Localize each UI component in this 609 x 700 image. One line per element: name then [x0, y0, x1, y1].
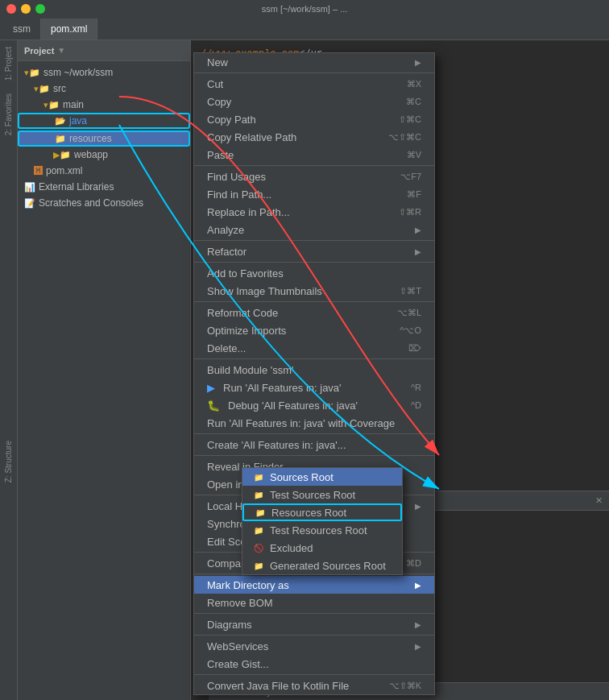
menu-item-show-thumbnails[interactable]: Show Image Thumbnails ⇧⌘T	[194, 282, 434, 300]
context-menu: New ▶ Cut ⌘X Copy ⌘C Copy Path ⇧⌘C Copy …	[193, 52, 435, 695]
menu-separator	[194, 301, 434, 302]
tree-item-scratches[interactable]: 📝 Scratches and Consoles	[18, 195, 190, 211]
resources-folder-icon: 📁	[55, 134, 66, 144]
menu-item-copy[interactable]: Copy ⌘C	[194, 93, 434, 110]
tree-item-ssm[interactable]: ▾📁 ssm ~/work/ssm	[18, 64, 190, 81]
menu-item-cut[interactable]: Cut ⌘X	[194, 75, 434, 93]
scratches-icon: 📝	[24, 198, 35, 209]
project-header-title: Project	[24, 46, 54, 56]
menu-item-convert-kotlin[interactable]: Convert Java File to Kotlin File ⌥⇧⌘K	[194, 677, 434, 694]
project-panel-header[interactable]: Project ▼	[18, 40, 190, 61]
submenu-item-test-sources-root[interactable]: 📁 Test Sources Root	[242, 486, 402, 503]
menu-item-new[interactable]: New ▶	[194, 53, 434, 71]
close-button[interactable]	[6, 4, 16, 14]
tree-item-pom[interactable]: 🅼 pom.xml	[18, 163, 190, 179]
menu-item-optimize-imports[interactable]: Optimize Imports ^⌥O	[194, 321, 434, 339]
submenu-item-generated-sources-root[interactable]: 📁 Generated Sources Root	[242, 557, 402, 574]
menu-separator	[194, 635, 434, 636]
menu-item-remove-bom[interactable]: Remove BOM	[194, 594, 434, 611]
external-libs-icon: 📊	[24, 182, 35, 193]
menu-item-reformat[interactable]: Reformat Code ⌥⌘L	[194, 304, 434, 321]
tab-bar: ssm pom.xml	[0, 18, 609, 40]
tree-item-java[interactable]: 📂 java	[18, 113, 190, 129]
java-folder-icon: 📂	[55, 116, 66, 126]
menu-separator	[194, 358, 434, 359]
menu-item-debug[interactable]: 🐛Debug 'All Features in: java' ^D	[194, 396, 434, 414]
window-title: ssm [~/work/ssm] – ...	[262, 4, 348, 14]
tree-item-resources[interactable]: 📁 resources	[18, 130, 190, 147]
sources-root-icon: 📁	[252, 471, 265, 483]
chevron-down-icon: ▼	[57, 46, 65, 55]
menu-separator	[194, 613, 434, 614]
menu-item-find-usages[interactable]: Find Usages ⌥F7	[194, 168, 434, 185]
main-layout: 1: Project 2: Favorites Z: Structure Pro…	[0, 40, 609, 700]
menu-item-run[interactable]: ▶Run 'All Features in: java' ^R	[194, 379, 434, 396]
menu-separator	[194, 262, 434, 263]
menu-separator	[194, 72, 434, 73]
tree-item-webapp[interactable]: ▶📁 webapp	[18, 147, 190, 163]
menu-item-paste[interactable]: Paste ⌘V	[194, 146, 434, 164]
submenu-mark-directory: 📁 Sources Root 📁 Test Sources Root 📁 Res…	[242, 467, 403, 575]
tree-item-external-libs[interactable]: 📊 External Libraries	[18, 179, 190, 195]
folder-icon: ▶📁	[53, 150, 71, 160]
minimize-button[interactable]	[21, 4, 31, 14]
submenu-item-sources-root[interactable]: 📁 Sources Root	[242, 468, 402, 486]
excluded-icon: 🚫	[252, 542, 265, 553]
sidebar-strip: 1: Project 2: Favorites Z: Structure	[0, 40, 18, 700]
tree-item-main[interactable]: ▾📁 main	[18, 97, 190, 113]
submenu-item-resources-root[interactable]: 📁 Resources Root	[242, 503, 402, 521]
sidebar-item-favorites[interactable]: 2: Favorites	[4, 93, 13, 135]
folder-icon: ▾📁	[44, 100, 60, 110]
project-panel: Project ▼ ▾📁 ssm ~/work/ssm ▾📁 src ▾📁 ma…	[18, 40, 191, 700]
menu-separator	[194, 240, 434, 241]
menu-separator	[194, 455, 434, 456]
folder-icon: ▾📁	[34, 84, 50, 94]
menu-item-create-gist[interactable]: Create Gist...	[194, 655, 434, 673]
sidebar-item-project[interactable]: 1: Project	[4, 47, 13, 81]
menu-item-find-in-path[interactable]: Find in Path... ⌘F	[194, 185, 434, 203]
pom-icon: 🅼	[34, 166, 43, 176]
menu-item-mark-directory[interactable]: Mark Directory as ▶	[194, 576, 434, 594]
menu-item-copy-path[interactable]: Copy Path ⇧⌘C	[194, 110, 434, 128]
generated-sources-icon: 📁	[252, 560, 265, 571]
submenu-item-test-resources-root[interactable]: 📁 Test Resources Root	[242, 521, 402, 539]
resources-root-icon: 📁	[254, 507, 267, 518]
submenu-item-excluded[interactable]: 🚫 Excluded	[242, 539, 402, 557]
menu-item-delete[interactable]: Delete... ⌦	[194, 339, 434, 357]
tab-ssm[interactable]: ssm	[3, 19, 41, 39]
menu-item-build-module[interactable]: Build Module 'ssm'	[194, 361, 434, 379]
menu-item-refactor[interactable]: Refactor ▶	[194, 242, 434, 260]
folder-icon: ▾📁	[24, 68, 40, 78]
menu-separator	[194, 433, 434, 434]
menu-item-create[interactable]: Create 'All Features in: java'...	[194, 436, 434, 454]
tree-view: ▾📁 ssm ~/work/ssm ▾📁 src ▾📁 main 📂 java	[18, 61, 190, 700]
sidebar-item-structure[interactable]: Z: Structure	[4, 441, 13, 483]
traffic-lights	[6, 4, 45, 14]
menu-item-add-favorites[interactable]: Add to Favorites	[194, 264, 434, 282]
menu-item-replace-in-path[interactable]: Replace in Path... ⇧⌘R	[194, 203, 434, 221]
menu-item-webservices[interactable]: WebServices ▶	[194, 637, 434, 655]
maximize-button[interactable]	[35, 4, 45, 14]
test-sources-root-icon: 📁	[252, 489, 265, 500]
menu-item-diagrams[interactable]: Diagrams ▶	[194, 615, 434, 633]
menu-item-copy-relative-path[interactable]: Copy Relative Path ⌥⇧⌘C	[194, 128, 434, 146]
tab-pom-xml[interactable]: pom.xml	[41, 19, 97, 39]
title-bar: ssm [~/work/ssm] – ...	[0, 0, 609, 18]
menu-separator	[194, 674, 434, 675]
tree-item-src[interactable]: ▾📁 src	[18, 81, 190, 97]
menu-item-analyze[interactable]: Analyze ▶	[194, 221, 434, 238]
menu-separator	[194, 165, 434, 166]
menu-item-run-coverage[interactable]: Run 'All Features in: java' with Coverag…	[194, 414, 434, 432]
test-resources-root-icon: 📁	[252, 524, 265, 536]
close-panel-button[interactable]: ✕	[595, 495, 603, 506]
